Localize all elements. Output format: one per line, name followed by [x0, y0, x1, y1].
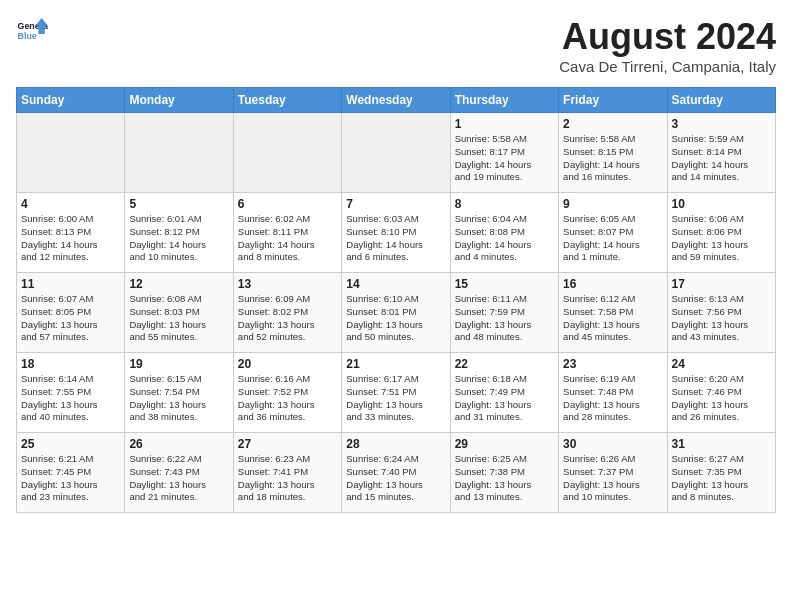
calendar-cell: 26Sunrise: 6:22 AM Sunset: 7:43 PM Dayli…	[125, 433, 233, 513]
cell-content: Sunrise: 6:10 AM Sunset: 8:01 PM Dayligh…	[346, 293, 445, 344]
calendar-cell: 23Sunrise: 6:19 AM Sunset: 7:48 PM Dayli…	[559, 353, 667, 433]
calendar-cell: 2Sunrise: 5:58 AM Sunset: 8:15 PM Daylig…	[559, 113, 667, 193]
calendar-cell: 29Sunrise: 6:25 AM Sunset: 7:38 PM Dayli…	[450, 433, 558, 513]
weekday-header-tuesday: Tuesday	[233, 88, 341, 113]
cell-content: Sunrise: 6:08 AM Sunset: 8:03 PM Dayligh…	[129, 293, 228, 344]
day-number: 8	[455, 197, 554, 211]
svg-text:Blue: Blue	[18, 31, 37, 41]
week-row-2: 4Sunrise: 6:00 AM Sunset: 8:13 PM Daylig…	[17, 193, 776, 273]
day-number: 15	[455, 277, 554, 291]
day-number: 11	[21, 277, 120, 291]
calendar-cell: 10Sunrise: 6:06 AM Sunset: 8:06 PM Dayli…	[667, 193, 775, 273]
day-number: 28	[346, 437, 445, 451]
calendar-cell: 17Sunrise: 6:13 AM Sunset: 7:56 PM Dayli…	[667, 273, 775, 353]
logo: General Blue	[16, 16, 48, 44]
day-number: 21	[346, 357, 445, 371]
day-number: 26	[129, 437, 228, 451]
day-number: 18	[21, 357, 120, 371]
day-number: 20	[238, 357, 337, 371]
calendar-cell: 27Sunrise: 6:23 AM Sunset: 7:41 PM Dayli…	[233, 433, 341, 513]
cell-content: Sunrise: 6:03 AM Sunset: 8:10 PM Dayligh…	[346, 213, 445, 264]
title-block: August 2024 Cava De Tirreni, Campania, I…	[559, 16, 776, 75]
cell-content: Sunrise: 6:23 AM Sunset: 7:41 PM Dayligh…	[238, 453, 337, 504]
calendar-cell: 24Sunrise: 6:20 AM Sunset: 7:46 PM Dayli…	[667, 353, 775, 433]
day-number: 24	[672, 357, 771, 371]
cell-content: Sunrise: 5:59 AM Sunset: 8:14 PM Dayligh…	[672, 133, 771, 184]
cell-content: Sunrise: 5:58 AM Sunset: 8:17 PM Dayligh…	[455, 133, 554, 184]
location: Cava De Tirreni, Campania, Italy	[559, 58, 776, 75]
day-number: 13	[238, 277, 337, 291]
cell-content: Sunrise: 6:26 AM Sunset: 7:37 PM Dayligh…	[563, 453, 662, 504]
calendar-cell	[342, 113, 450, 193]
day-number: 22	[455, 357, 554, 371]
cell-content: Sunrise: 6:09 AM Sunset: 8:02 PM Dayligh…	[238, 293, 337, 344]
cell-content: Sunrise: 6:12 AM Sunset: 7:58 PM Dayligh…	[563, 293, 662, 344]
day-number: 1	[455, 117, 554, 131]
logo-icon: General Blue	[16, 16, 48, 44]
svg-marker-2	[35, 18, 48, 34]
cell-content: Sunrise: 6:14 AM Sunset: 7:55 PM Dayligh…	[21, 373, 120, 424]
cell-content: Sunrise: 6:21 AM Sunset: 7:45 PM Dayligh…	[21, 453, 120, 504]
cell-content: Sunrise: 6:15 AM Sunset: 7:54 PM Dayligh…	[129, 373, 228, 424]
week-row-4: 18Sunrise: 6:14 AM Sunset: 7:55 PM Dayli…	[17, 353, 776, 433]
day-number: 7	[346, 197, 445, 211]
cell-content: Sunrise: 6:19 AM Sunset: 7:48 PM Dayligh…	[563, 373, 662, 424]
cell-content: Sunrise: 6:22 AM Sunset: 7:43 PM Dayligh…	[129, 453, 228, 504]
calendar-cell: 31Sunrise: 6:27 AM Sunset: 7:35 PM Dayli…	[667, 433, 775, 513]
cell-content: Sunrise: 6:01 AM Sunset: 8:12 PM Dayligh…	[129, 213, 228, 264]
cell-content: Sunrise: 6:20 AM Sunset: 7:46 PM Dayligh…	[672, 373, 771, 424]
weekday-header-sunday: Sunday	[17, 88, 125, 113]
day-number: 9	[563, 197, 662, 211]
calendar-cell: 7Sunrise: 6:03 AM Sunset: 8:10 PM Daylig…	[342, 193, 450, 273]
weekday-header-friday: Friday	[559, 88, 667, 113]
weekday-header-monday: Monday	[125, 88, 233, 113]
cell-content: Sunrise: 6:13 AM Sunset: 7:56 PM Dayligh…	[672, 293, 771, 344]
cell-content: Sunrise: 6:16 AM Sunset: 7:52 PM Dayligh…	[238, 373, 337, 424]
cell-content: Sunrise: 5:58 AM Sunset: 8:15 PM Dayligh…	[563, 133, 662, 184]
calendar-cell: 12Sunrise: 6:08 AM Sunset: 8:03 PM Dayli…	[125, 273, 233, 353]
calendar-cell: 21Sunrise: 6:17 AM Sunset: 7:51 PM Dayli…	[342, 353, 450, 433]
calendar-cell: 30Sunrise: 6:26 AM Sunset: 7:37 PM Dayli…	[559, 433, 667, 513]
day-number: 17	[672, 277, 771, 291]
calendar-cell: 13Sunrise: 6:09 AM Sunset: 8:02 PM Dayli…	[233, 273, 341, 353]
weekday-header-thursday: Thursday	[450, 88, 558, 113]
day-number: 19	[129, 357, 228, 371]
day-number: 5	[129, 197, 228, 211]
day-number: 23	[563, 357, 662, 371]
calendar-cell: 22Sunrise: 6:18 AM Sunset: 7:49 PM Dayli…	[450, 353, 558, 433]
cell-content: Sunrise: 6:17 AM Sunset: 7:51 PM Dayligh…	[346, 373, 445, 424]
cell-content: Sunrise: 6:06 AM Sunset: 8:06 PM Dayligh…	[672, 213, 771, 264]
day-number: 31	[672, 437, 771, 451]
day-number: 10	[672, 197, 771, 211]
day-number: 6	[238, 197, 337, 211]
calendar-cell: 4Sunrise: 6:00 AM Sunset: 8:13 PM Daylig…	[17, 193, 125, 273]
page-header: General Blue August 2024 Cava De Tirreni…	[16, 16, 776, 75]
cell-content: Sunrise: 6:25 AM Sunset: 7:38 PM Dayligh…	[455, 453, 554, 504]
week-row-5: 25Sunrise: 6:21 AM Sunset: 7:45 PM Dayli…	[17, 433, 776, 513]
month-title: August 2024	[559, 16, 776, 58]
calendar-cell: 11Sunrise: 6:07 AM Sunset: 8:05 PM Dayli…	[17, 273, 125, 353]
day-number: 4	[21, 197, 120, 211]
weekday-header-row: SundayMondayTuesdayWednesdayThursdayFrid…	[17, 88, 776, 113]
cell-content: Sunrise: 6:18 AM Sunset: 7:49 PM Dayligh…	[455, 373, 554, 424]
day-number: 12	[129, 277, 228, 291]
day-number: 29	[455, 437, 554, 451]
cell-content: Sunrise: 6:02 AM Sunset: 8:11 PM Dayligh…	[238, 213, 337, 264]
day-number: 3	[672, 117, 771, 131]
weekday-header-saturday: Saturday	[667, 88, 775, 113]
calendar-cell: 8Sunrise: 6:04 AM Sunset: 8:08 PM Daylig…	[450, 193, 558, 273]
week-row-3: 11Sunrise: 6:07 AM Sunset: 8:05 PM Dayli…	[17, 273, 776, 353]
calendar-cell: 20Sunrise: 6:16 AM Sunset: 7:52 PM Dayli…	[233, 353, 341, 433]
week-row-1: 1Sunrise: 5:58 AM Sunset: 8:17 PM Daylig…	[17, 113, 776, 193]
cell-content: Sunrise: 6:11 AM Sunset: 7:59 PM Dayligh…	[455, 293, 554, 344]
calendar-cell	[233, 113, 341, 193]
calendar-cell: 18Sunrise: 6:14 AM Sunset: 7:55 PM Dayli…	[17, 353, 125, 433]
day-number: 2	[563, 117, 662, 131]
day-number: 14	[346, 277, 445, 291]
calendar-cell: 25Sunrise: 6:21 AM Sunset: 7:45 PM Dayli…	[17, 433, 125, 513]
cell-content: Sunrise: 6:07 AM Sunset: 8:05 PM Dayligh…	[21, 293, 120, 344]
cell-content: Sunrise: 6:04 AM Sunset: 8:08 PM Dayligh…	[455, 213, 554, 264]
calendar-cell: 19Sunrise: 6:15 AM Sunset: 7:54 PM Dayli…	[125, 353, 233, 433]
cell-content: Sunrise: 6:27 AM Sunset: 7:35 PM Dayligh…	[672, 453, 771, 504]
day-number: 30	[563, 437, 662, 451]
